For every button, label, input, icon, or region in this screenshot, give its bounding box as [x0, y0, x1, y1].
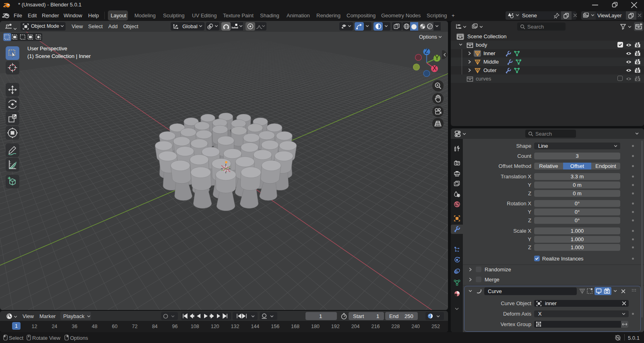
svg-text:X: X — [432, 65, 437, 72]
svg-text:Y: Y — [435, 54, 439, 61]
svg-text:Z: Z — [425, 48, 429, 55]
